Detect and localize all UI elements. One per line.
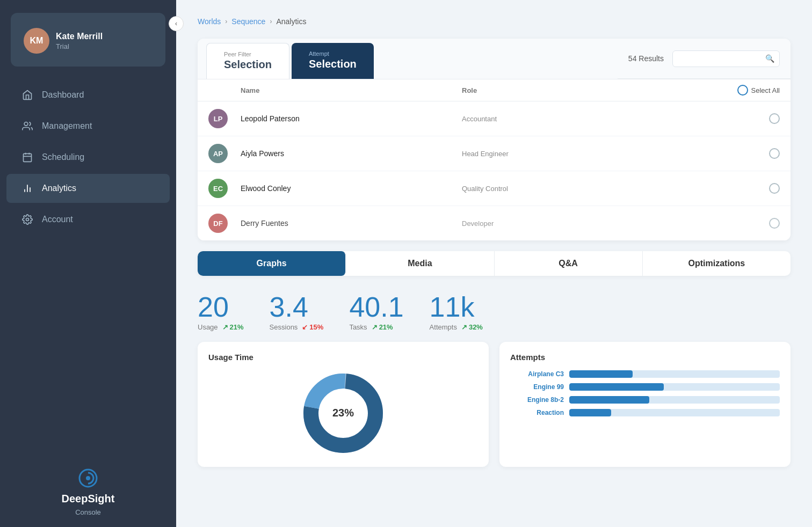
stat-label: Usage xyxy=(198,323,218,331)
avatar-ec: EC xyxy=(208,179,228,198)
radio-circle[interactable] xyxy=(769,183,780,194)
user-plan: Trial xyxy=(56,42,103,50)
calendar-icon xyxy=(21,151,33,163)
stat-change: ↙ 15% xyxy=(302,323,323,331)
user-info: Kate Merrill Trial xyxy=(56,32,103,50)
table-row: LP Leopold Paterson Accountant xyxy=(198,101,791,136)
breadcrumb-sep-1: › xyxy=(225,18,227,25)
sidebar: ‹ KM Kate Merrill Trial Dashboard xyxy=(0,0,176,527)
sidebar-item-label: Account xyxy=(42,215,73,224)
bar-fill xyxy=(569,409,611,416)
deepsight-logo-icon xyxy=(77,467,99,489)
bar-label: Reaction xyxy=(510,409,564,416)
tab-qa[interactable]: Q&A xyxy=(495,251,643,276)
stat-value: 20 xyxy=(198,293,244,321)
row-role: Developer xyxy=(462,219,683,228)
tab-media[interactable]: Media xyxy=(346,251,494,276)
breadcrumb-worlds[interactable]: Worlds xyxy=(198,17,221,26)
select-all-label: Select All xyxy=(751,86,780,94)
sidebar-item-analytics[interactable]: Analytics xyxy=(6,174,170,203)
breadcrumb: Worlds › Sequence › Analytics xyxy=(198,17,791,26)
search-icon: 🔍 xyxy=(765,54,774,63)
sidebar-item-label: Management xyxy=(42,121,92,131)
bar-fill xyxy=(569,383,664,391)
bar-row: Airplane C3 xyxy=(510,370,780,378)
stat-tasks: 40.1 Tasks ↗ 21% xyxy=(349,293,403,331)
avatar-lp: LP xyxy=(208,109,228,128)
radio-circle[interactable] xyxy=(769,148,780,159)
search-wrapper: 🔍 xyxy=(672,50,780,67)
row-radio xyxy=(715,183,780,194)
stat-bottom: Attempts ↗ 32% xyxy=(430,323,483,331)
bar-row: Engine 8b-2 xyxy=(510,396,780,404)
col-select-all: Select All xyxy=(715,85,780,96)
row-name: Leopold Paterson xyxy=(241,114,462,123)
stat-change: ↗ 21% xyxy=(372,323,393,331)
tab-graphs[interactable]: Graphs xyxy=(198,251,346,276)
tab-optimizations[interactable]: Optimizations xyxy=(643,251,791,276)
bar-track xyxy=(569,383,780,391)
svg-point-10 xyxy=(86,476,90,480)
users-icon xyxy=(21,120,33,132)
radio-circle[interactable] xyxy=(769,113,780,124)
row-name: Elwood Conley xyxy=(241,184,462,193)
peer-filter-tab-small-label: Peer Filter xyxy=(224,51,272,57)
svg-point-8 xyxy=(26,218,29,221)
table-row: AP Aiyla Powers Head Engineer xyxy=(198,136,791,171)
stats-row: 20 Usage ↗ 21% 3.4 Sessions ↙ 15% 40.1 T… xyxy=(198,287,791,331)
row-radio xyxy=(715,218,780,229)
bar-label: Airplane C3 xyxy=(510,370,564,378)
row-role: Head Engineer xyxy=(462,150,683,158)
select-all-radio[interactable] xyxy=(737,85,748,96)
donut-chart: 23% xyxy=(208,370,478,456)
col-radio xyxy=(683,85,715,96)
sidebar-collapse-button[interactable]: ‹ xyxy=(169,16,184,31)
attempt-selection-tab[interactable]: Attempt Selection xyxy=(292,43,374,79)
stat-bottom: Sessions ↙ 15% xyxy=(270,323,324,331)
peer-filter-section: Peer Filter Selection Attempt Selection … xyxy=(198,39,791,240)
peer-filter-tab[interactable]: Peer Filter Selection xyxy=(206,43,289,79)
sidebar-item-management[interactable]: Management xyxy=(6,112,170,141)
bar-row: Engine 99 xyxy=(510,383,780,391)
user-name: Kate Merrill xyxy=(56,32,103,41)
col-role: Role xyxy=(462,85,683,96)
col-name: Name xyxy=(241,85,462,96)
table-row: EC Elwood Conley Quality Control xyxy=(198,171,791,206)
row-role: Accountant xyxy=(462,115,683,123)
chart-title: Attempts xyxy=(510,353,780,362)
sidebar-item-account[interactable]: Account xyxy=(6,205,170,234)
stat-attempts: 11k Attempts ↗ 32% xyxy=(430,293,483,331)
sidebar-item-dashboard[interactable]: Dashboard xyxy=(6,80,170,109)
row-name: Aiyla Powers xyxy=(241,149,462,158)
peer-table-header: Name Role Select All xyxy=(198,79,791,101)
user-profile[interactable]: KM Kate Merrill Trial xyxy=(11,13,165,67)
bar-track xyxy=(569,409,780,416)
breadcrumb-current: Analytics xyxy=(276,17,306,26)
stat-value: 11k xyxy=(430,293,483,321)
main-content: Worlds › Sequence › Analytics Peer Filte… xyxy=(176,0,812,527)
stat-change: ↗ 21% xyxy=(222,323,244,331)
sidebar-logo: DeepSight Console xyxy=(0,456,176,527)
usage-time-chart: Usage Time 23% xyxy=(198,342,489,467)
chart-title: Usage Time xyxy=(208,353,478,362)
avatar-df: DF xyxy=(208,214,228,233)
row-name: Derry Fuentes xyxy=(241,219,462,228)
attempt-tab-main-label: Selection xyxy=(309,58,357,70)
bar-chart: Airplane C3 Engine 99 Engine 8b-2 xyxy=(510,370,780,416)
radio-circle[interactable] xyxy=(769,218,780,229)
bar-label: Engine 8b-2 xyxy=(510,396,564,404)
logo-name: DeepSight xyxy=(62,493,115,505)
svg-point-0 xyxy=(24,122,28,126)
avatar-ap: AP xyxy=(208,144,228,163)
search-input[interactable] xyxy=(672,50,780,67)
sidebar-item-scheduling[interactable]: Scheduling xyxy=(6,143,170,172)
gear-icon xyxy=(21,214,33,225)
stat-bottom: Tasks ↗ 21% xyxy=(349,323,403,331)
avatar: KM xyxy=(24,28,49,54)
col-avatar xyxy=(208,85,241,96)
bar-row: Reaction xyxy=(510,409,780,416)
results-bar: 54 Results 🔍 xyxy=(618,39,791,79)
breadcrumb-sequence[interactable]: Sequence xyxy=(231,17,265,26)
stat-change: ↗ 32% xyxy=(461,323,483,331)
bar-label: Engine 99 xyxy=(510,383,564,391)
